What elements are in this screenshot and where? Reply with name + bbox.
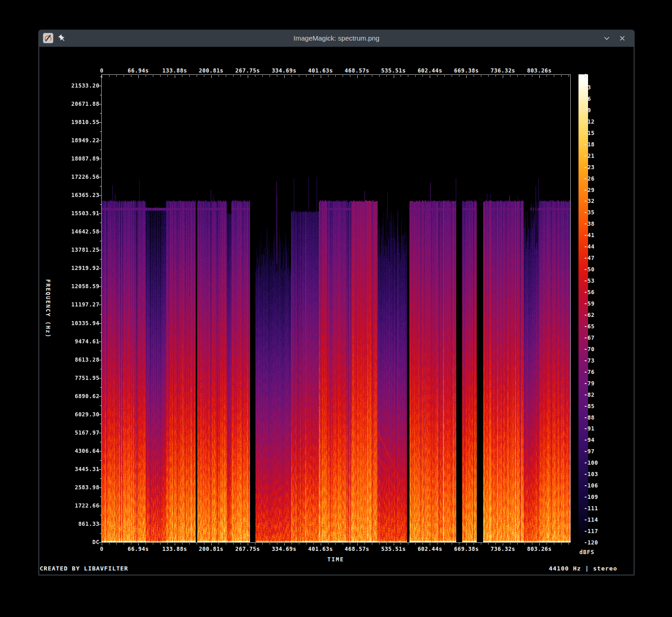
colorbar-tick-label: -18: [584, 141, 594, 148]
colorbar-tick-label: -94: [584, 437, 594, 443]
axis-tick: [503, 543, 503, 545]
y-tick-label: DC: [64, 539, 99, 545]
colorbar-tick-label: -12: [584, 119, 594, 125]
axis-tick: [270, 543, 270, 544]
axis-tick: [394, 543, 394, 545]
axis-tick: [547, 543, 547, 544]
axis-tick: [100, 223, 101, 223]
axis-tick: [350, 75, 350, 77]
axis-tick: [167, 543, 168, 544]
axis-tick: [554, 75, 554, 77]
axis-tick: [321, 75, 321, 78]
axis-tick: [284, 543, 285, 545]
colorbar-tick-label: -73: [584, 358, 594, 364]
axis-tick: [525, 75, 525, 77]
x-tick-label: 66.94s: [128, 67, 149, 74]
colorbar-tick-label: 0: [584, 73, 588, 79]
axis-tick: [554, 543, 554, 544]
axis-tick: [100, 533, 101, 534]
axis-tick: [153, 75, 153, 77]
axis-tick: [488, 75, 489, 77]
y-tick-label: 18087.89: [64, 156, 99, 162]
axis-tick: [495, 543, 496, 544]
axis-tick: [277, 543, 277, 544]
axis-tick: [430, 543, 430, 545]
axis-tick: [160, 543, 161, 544]
created-by-label: CREATED BY LIBAVFILTER: [40, 565, 128, 572]
axis-tick: [233, 75, 234, 77]
axis-tick: [100, 478, 101, 479]
shade-button[interactable]: [603, 34, 611, 42]
y-tick-label: 4306.64: [64, 448, 99, 454]
axis-tick: [394, 75, 394, 78]
axis-tick: [444, 75, 445, 77]
axis-tick: [459, 543, 459, 544]
axis-tick: [539, 543, 540, 545]
axis-tick: [299, 75, 299, 77]
axis-tick: [255, 75, 255, 77]
y-tick-label: 15503.91: [64, 210, 99, 217]
y-tick-label: 17226.56: [64, 174, 99, 180]
axis-tick: [539, 75, 540, 78]
titlebar: ImageMagick: spectrum.png: [39, 30, 634, 47]
axis-tick: [306, 75, 307, 77]
axis-tick: [124, 75, 124, 77]
axis-tick: [547, 75, 547, 77]
y-tick-label: 3445.31: [64, 466, 99, 472]
axis-tick: [495, 75, 496, 77]
colorbar-tick-label: -6: [584, 96, 591, 102]
colorbar-tick-label: -35: [584, 209, 594, 216]
axis-tick: [561, 75, 562, 77]
close-button[interactable]: [618, 34, 626, 42]
axis-tick: [240, 543, 241, 544]
axis-tick: [100, 186, 101, 187]
axis-tick: [102, 75, 102, 78]
axis-tick: [452, 75, 452, 77]
axis-tick: [372, 543, 372, 544]
axis-tick: [365, 75, 365, 77]
image-viewport: 066.94s133.88s200.81s267.75s334.69s401.6…: [39, 47, 634, 574]
y-tick-label: 12919.92: [64, 265, 99, 271]
axis-tick: [503, 75, 503, 78]
axis-tick: [517, 75, 518, 77]
axis-tick: [262, 75, 263, 77]
axis-tick: [379, 75, 380, 77]
colorbar-tick-label: -70: [584, 346, 594, 353]
axis-tick: [568, 543, 569, 544]
spectrogram-image[interactable]: [102, 75, 570, 542]
colorbar-tick-label: -88: [584, 415, 594, 421]
x-tick-label: 602.44s: [417, 546, 442, 552]
x-tick-label: 133.88s: [162, 67, 187, 74]
axis-tick: [306, 543, 307, 544]
axis-tick: [561, 543, 562, 544]
x-tick-label: 803.26s: [527, 546, 552, 552]
axis-tick: [131, 75, 131, 77]
x-tick-label: 0: [100, 546, 104, 552]
axis-tick: [100, 168, 101, 168]
x-tick-label: 468.57s: [345, 67, 370, 74]
axis-tick: [100, 424, 101, 424]
axis-tick: [100, 95, 101, 95]
colorbar-tick-label: -50: [584, 266, 594, 273]
axis-tick: [248, 75, 248, 78]
x-tick-label: 200.81s: [199, 67, 224, 74]
axis-tick: [153, 543, 153, 544]
axis-tick: [444, 543, 445, 544]
axis-tick: [408, 543, 408, 544]
axis-tick: [328, 543, 328, 544]
axis-tick: [372, 75, 372, 77]
y-tick-label: 861.33: [64, 521, 99, 527]
axis-tick: [415, 543, 416, 544]
axis-tick: [401, 543, 401, 544]
axis-tick: [131, 543, 131, 544]
axis-tick: [292, 75, 292, 77]
axis-tick: [100, 369, 101, 369]
x-axis-title: TIME: [328, 556, 344, 563]
axis-tick: [175, 543, 175, 545]
axis-tick: [124, 543, 124, 544]
colorbar-tick-label: -29: [584, 187, 594, 193]
x-tick-label: 200.81s: [199, 546, 224, 552]
y-tick-label: 5167.97: [64, 430, 99, 436]
pin-icon[interactable]: [58, 34, 66, 42]
axis-tick: [568, 75, 569, 77]
